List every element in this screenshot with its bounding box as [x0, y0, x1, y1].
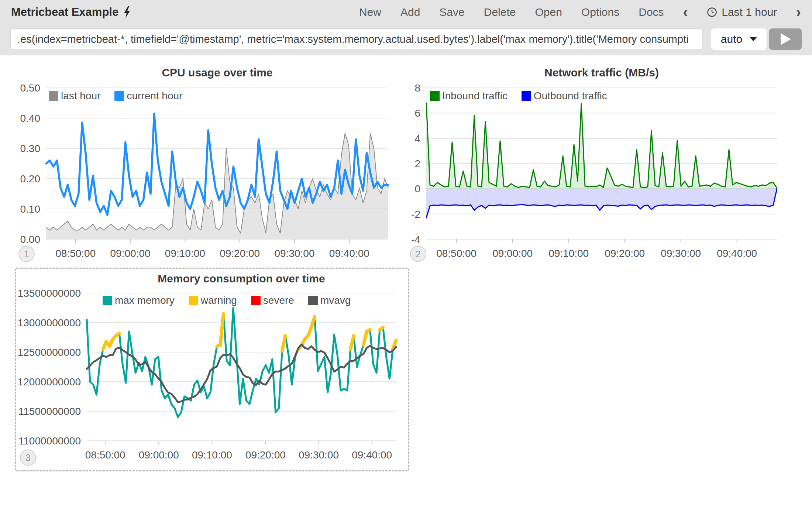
nav-delete[interactable]: Delete: [484, 6, 516, 18]
svg-text:2: 2: [414, 158, 420, 169]
svg-text:08:50:00: 08:50:00: [55, 248, 96, 259]
svg-text:09:20:00: 09:20:00: [220, 248, 260, 259]
svg-text:13500000000: 13500000000: [18, 288, 81, 299]
svg-text:09:40:00: 09:40:00: [717, 248, 757, 259]
svg-text:09:10:00: 09:10:00: [192, 449, 232, 461]
page-title: Metricbeat Example: [11, 6, 131, 19]
legend-item: Outbound traffic: [522, 90, 607, 102]
legend-item: last hour: [49, 90, 100, 102]
chart-title: CPU usage over time: [46, 66, 388, 81]
svg-text:0.50: 0.50: [20, 82, 41, 94]
memory-chart-plot[interactable]: 1350000000013000000000125000000001200000…: [16, 285, 407, 470]
main-nav: New Add Save Delete Open Options Docs ‹ …: [359, 5, 801, 19]
svg-text:12500000000: 12500000000: [18, 347, 81, 358]
chevron-right-icon[interactable]: ›: [796, 5, 801, 19]
svg-text:12000000000: 12000000000: [18, 376, 81, 388]
legend-swatch: [114, 91, 124, 101]
legend-item: Inbound traffic: [430, 90, 508, 102]
svg-text:0.40: 0.40: [20, 113, 41, 124]
nav-save[interactable]: Save: [439, 6, 464, 18]
interval-select[interactable]: auto: [711, 28, 767, 50]
svg-text:11500000000: 11500000000: [18, 406, 81, 417]
chevron-down-icon: [750, 37, 757, 41]
svg-text:09:10:00: 09:10:00: [165, 248, 205, 259]
nav-options[interactable]: Options: [581, 6, 619, 18]
svg-text:-2: -2: [411, 209, 420, 220]
play-icon: [779, 32, 792, 46]
nav-new[interactable]: New: [359, 6, 381, 18]
lightning-bolt-icon: [123, 6, 131, 18]
legend-item: severe: [251, 295, 294, 306]
svg-text:09:20:00: 09:20:00: [245, 449, 286, 461]
legend-swatch: [522, 91, 531, 101]
svg-text:0: 0: [414, 183, 420, 195]
svg-text:0.00: 0.00: [20, 234, 41, 245]
toolbar: Metricbeat Example New Add Save Delete O…: [0, 1, 812, 24]
query-input[interactable]: [10, 28, 703, 50]
svg-text:08:50:00: 08:50:00: [436, 248, 476, 259]
time-range-label: Last 1 hour: [722, 6, 777, 18]
legend-item: current hour: [114, 90, 182, 102]
app-header: Metricbeat Example New Add Save Delete O…: [0, 0, 812, 55]
time-picker[interactable]: Last 1 hour: [707, 6, 777, 18]
query-bar: auto: [0, 24, 812, 50]
memory-consumption-chart[interactable]: Memory consumption over time 13500000000…: [15, 268, 409, 471]
svg-text:6: 6: [414, 107, 420, 119]
svg-text:09:10:00: 09:10:00: [548, 248, 589, 259]
svg-text:09:30:00: 09:30:00: [299, 449, 339, 461]
cpu-usage-chart: CPU usage over time 0.500.400.300.200.10…: [15, 66, 391, 268]
svg-text:09:30:00: 09:30:00: [275, 248, 315, 259]
legend-swatch: [49, 91, 58, 101]
panel-number-badge: 1: [18, 246, 35, 262]
legend-swatch: [251, 296, 261, 305]
legend-swatch: [103, 296, 112, 305]
svg-text:4: 4: [414, 133, 420, 144]
interval-value: auto: [721, 33, 742, 45]
svg-text:08:50:00: 08:50:00: [85, 449, 125, 461]
svg-text:0.10: 0.10: [20, 203, 41, 215]
sheet-title: Metricbeat Example: [11, 6, 118, 19]
cpu-chart-legend: last hourcurrent hour: [49, 90, 182, 102]
legend-item: warning: [189, 295, 237, 306]
cpu-chart-plot[interactable]: 0.500.400.300.200.100.0008:50:0009:00:00…: [15, 81, 391, 260]
svg-text:09:40:00: 09:40:00: [352, 449, 392, 461]
network-chart-plot[interactable]: 86420-2-408:50:0009:00:0009:10:0009:20:0…: [404, 81, 810, 260]
svg-text:09:00:00: 09:00:00: [110, 248, 151, 259]
nav-open[interactable]: Open: [535, 6, 562, 18]
timelion-app: Metricbeat Example New Add Save Delete O…: [0, 0, 812, 519]
chart-title: Network traffic (MB/s): [426, 66, 777, 81]
svg-text:09:20:00: 09:20:00: [605, 248, 645, 259]
panel-number-badge: 2: [410, 246, 426, 262]
svg-text:-4: -4: [411, 234, 420, 245]
svg-text:09:00:00: 09:00:00: [492, 248, 533, 259]
network-chart-legend: Inbound trafficOutbound traffic: [430, 90, 607, 102]
clock-icon: [707, 7, 717, 17]
chevron-left-icon[interactable]: ‹: [683, 5, 688, 19]
nav-add[interactable]: Add: [400, 6, 420, 18]
svg-text:09:40:00: 09:40:00: [329, 248, 369, 259]
memory-chart-legend: max memorywarningseveremvavg: [103, 295, 351, 306]
svg-text:09:30:00: 09:30:00: [661, 248, 701, 259]
svg-text:11000000000: 11000000000: [18, 435, 81, 447]
svg-text:13000000000: 13000000000: [18, 317, 81, 329]
legend-swatch: [430, 91, 440, 101]
svg-text:0.20: 0.20: [20, 173, 41, 185]
panel-number-badge: 3: [20, 450, 36, 466]
nav-docs[interactable]: Docs: [639, 6, 664, 18]
legend-swatch: [189, 296, 198, 305]
legend-item: mvavg: [308, 295, 351, 306]
svg-text:0.30: 0.30: [20, 143, 41, 154]
network-traffic-chart: Network traffic (MB/s) 86420-2-408:50:00…: [404, 66, 810, 268]
legend-swatch: [308, 296, 318, 305]
sheet: CPU usage over time 0.500.400.300.200.10…: [0, 55, 812, 519]
svg-text:8: 8: [414, 82, 420, 94]
svg-text:09:00:00: 09:00:00: [139, 449, 179, 461]
run-query-button[interactable]: [769, 28, 802, 50]
legend-item: max memory: [103, 295, 175, 306]
